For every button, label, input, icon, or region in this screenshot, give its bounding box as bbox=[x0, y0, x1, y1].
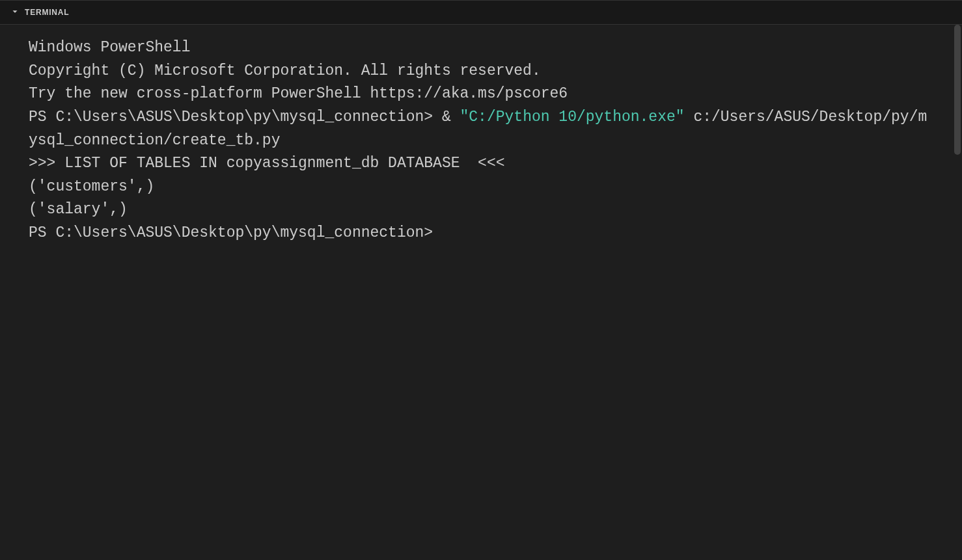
terminal-output-row: ('customers',) bbox=[29, 176, 936, 199]
scrollbar-thumb[interactable] bbox=[954, 25, 961, 155]
terminal-line: Try the new cross-platform PowerShell ht… bbox=[29, 83, 936, 106]
panel-title: TERMINAL bbox=[25, 8, 69, 17]
command-highlight: "C:/Python 10/python.exe" bbox=[460, 109, 685, 126]
terminal-line: Windows PowerShell bbox=[29, 36, 936, 60]
terminal-output-header: >>> LIST OF TABLES IN copyassignment_db … bbox=[29, 152, 936, 176]
terminal-prompt: PS C:\Users\ASUS\Desktop\py\mysql_connec… bbox=[29, 222, 936, 245]
terminal-panel-header[interactable]: TERMINAL bbox=[0, 0, 962, 25]
terminal-line: Copyright (C) Microsoft Corporation. All… bbox=[29, 60, 936, 83]
terminal-output[interactable]: Windows PowerShellCopyright (C) Microsof… bbox=[0, 25, 962, 560]
prompt-prefix: PS C:\Users\ASUS\Desktop\py\mysql_connec… bbox=[29, 109, 460, 126]
chevron-down-icon bbox=[10, 7, 21, 18]
terminal-scrollbar[interactable] bbox=[953, 25, 962, 560]
terminal-prompt-line: PS C:\Users\ASUS\Desktop\py\mysql_connec… bbox=[29, 106, 936, 152]
terminal-output-row: ('salary',) bbox=[29, 198, 936, 222]
